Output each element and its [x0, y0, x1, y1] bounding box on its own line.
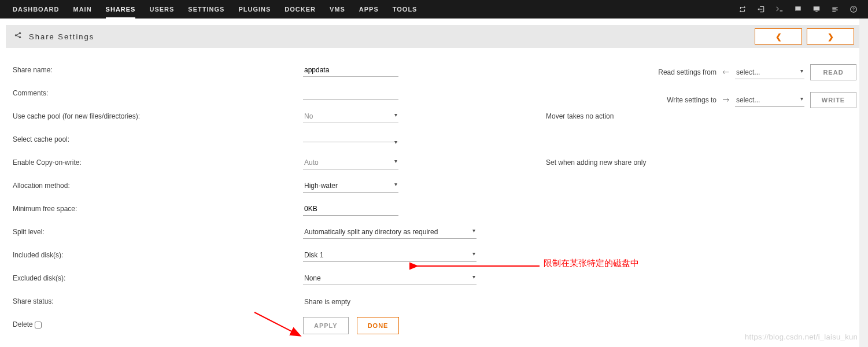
settings-transfer-block: Read settings from 🡐 select... READ Writ…	[648, 58, 856, 114]
nav-right: ?	[738, 5, 862, 13]
nav-item-vms[interactable]: VMS	[323, 1, 352, 18]
svg-text:?: ?	[852, 7, 855, 11]
read-settings-select[interactable]: select...	[735, 66, 804, 79]
min-free-input[interactable]	[303, 202, 398, 216]
scrollbar[interactable]	[859, 19, 868, 347]
use-cache-select[interactable]: No	[303, 110, 398, 123]
watermark: https://blog.csdn.net/i_laisu_kun	[745, 333, 858, 341]
feedback-icon[interactable]	[794, 5, 802, 13]
comments-label: Comments:	[8, 89, 303, 97]
annotation-text-1: 限制在某张特定的磁盘中	[544, 258, 639, 269]
nav-item-dashboard[interactable]: DASHBOARD	[6, 1, 67, 18]
read-button[interactable]: READ	[810, 64, 856, 80]
cow-select[interactable]: Auto	[303, 156, 398, 169]
split-label: Split level:	[8, 228, 303, 236]
prev-button[interactable]: ❮	[755, 28, 802, 45]
nav-item-users[interactable]: USERS	[142, 1, 181, 18]
included-label: Included disk(s):	[8, 251, 303, 259]
content-area: Read settings from 🡐 select... READ Writ…	[0, 48, 868, 336]
min-free-label: Minimum free space:	[8, 205, 303, 213]
delete-checkbox[interactable]	[35, 322, 42, 328]
excluded-select[interactable]: None	[303, 272, 477, 285]
cow-aux: Set when adding new share only	[482, 158, 860, 167]
done-button[interactable]: DONE	[357, 317, 400, 334]
logout-icon[interactable]	[757, 5, 765, 13]
nav-item-main[interactable]: MAIN	[67, 1, 99, 18]
arrow-left-icon: 🡐	[722, 68, 729, 76]
share-icon	[14, 31, 22, 42]
nav-item-settings[interactable]: SETTINGS	[181, 1, 231, 18]
monitor-icon[interactable]	[812, 5, 821, 13]
next-button[interactable]: ❯	[807, 28, 854, 45]
annotation-arrow-1	[409, 262, 540, 270]
select-cache-select[interactable]	[303, 137, 398, 142]
annotation-arrow-2	[253, 311, 304, 339]
share-name-label: Share name:	[8, 66, 303, 74]
apply-button[interactable]: APPLY	[303, 317, 349, 334]
svg-line-8	[254, 312, 300, 335]
included-select[interactable]: Disk 1	[303, 249, 477, 262]
arrow-right-icon: 🡒	[722, 96, 729, 104]
status-label: Share status:	[8, 297, 303, 305]
write-settings-select[interactable]: select...	[735, 94, 804, 107]
nav-left: DASHBOARD MAIN SHARES USERS SETTINGS PLU…	[6, 1, 424, 18]
nav-item-docker[interactable]: DOCKER	[278, 1, 323, 18]
title-bar: Share Settings ❮ ❯	[6, 25, 862, 48]
log-icon[interactable]	[831, 5, 839, 13]
write-button[interactable]: WRITE	[810, 92, 856, 108]
share-name-input[interactable]	[303, 64, 398, 77]
nav-item-tools[interactable]: TOOLS	[386, 1, 424, 18]
nav-item-shares[interactable]: SHARES	[99, 1, 143, 18]
write-settings-label: Write settings to	[667, 96, 716, 104]
terminal-icon[interactable]	[775, 5, 784, 13]
page-title: Share Settings	[29, 32, 94, 41]
nav-item-apps[interactable]: APPS	[352, 1, 386, 18]
top-nav-bar: DASHBOARD MAIN SHARES USERS SETTINGS PLU…	[0, 0, 868, 19]
cow-label: Enable Copy-on-write:	[8, 158, 303, 167]
alloc-label: Allocation method:	[8, 182, 303, 190]
help-icon[interactable]: ?	[849, 5, 858, 13]
alloc-select[interactable]: High-water	[303, 179, 398, 193]
nav-item-plugins[interactable]: PLUGINS	[231, 1, 278, 18]
swap-icon[interactable]	[738, 5, 747, 13]
split-select[interactable]: Automatically split any directory as req…	[303, 226, 477, 239]
use-cache-label: Use cache pool (for new files/directorie…	[8, 112, 303, 120]
status-value: Share is empty	[303, 296, 352, 308]
comments-input[interactable]	[303, 87, 398, 100]
excluded-label: Excluded disk(s):	[8, 274, 303, 282]
select-cache-label: Select cache pool:	[8, 135, 303, 143]
read-settings-label: Read settings from	[658, 68, 716, 76]
